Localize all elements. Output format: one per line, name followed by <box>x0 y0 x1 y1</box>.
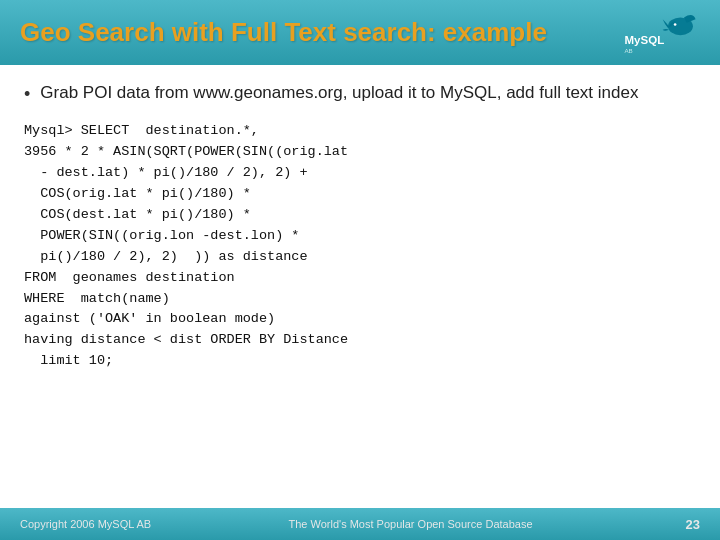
header-bar: Geo Search with Full Text search: exampl… <box>0 0 720 65</box>
slide: Geo Search with Full Text search: exampl… <box>0 0 720 540</box>
mysql-logo: MySQL AB <box>620 10 700 55</box>
svg-point-1 <box>674 23 677 26</box>
footer-tagline: The World's Most Popular Open Source Dat… <box>171 518 650 530</box>
main-content: • Grab POI data from www.geonames.org, u… <box>0 65 720 508</box>
mysql-logo-svg: MySQL AB <box>620 10 700 55</box>
svg-text:AB: AB <box>624 47 632 54</box>
footer-copyright: Copyright 2006 MySQL AB <box>20 518 151 530</box>
footer-page-number: 23 <box>670 517 700 532</box>
code-block: Mysql> SELECT destination.*, 3956 * 2 * … <box>24 121 696 498</box>
bullet-item: • Grab POI data from www.geonames.org, u… <box>24 81 696 107</box>
bullet-section: • Grab POI data from www.geonames.org, u… <box>24 81 696 109</box>
bullet-text: Grab POI data from www.geonames.org, upl… <box>40 81 638 106</box>
footer: Copyright 2006 MySQL AB The World's Most… <box>0 508 720 540</box>
slide-title: Geo Search with Full Text search: exampl… <box>20 17 547 48</box>
svg-text:MySQL: MySQL <box>624 34 664 46</box>
bullet-dot: • <box>24 82 30 107</box>
